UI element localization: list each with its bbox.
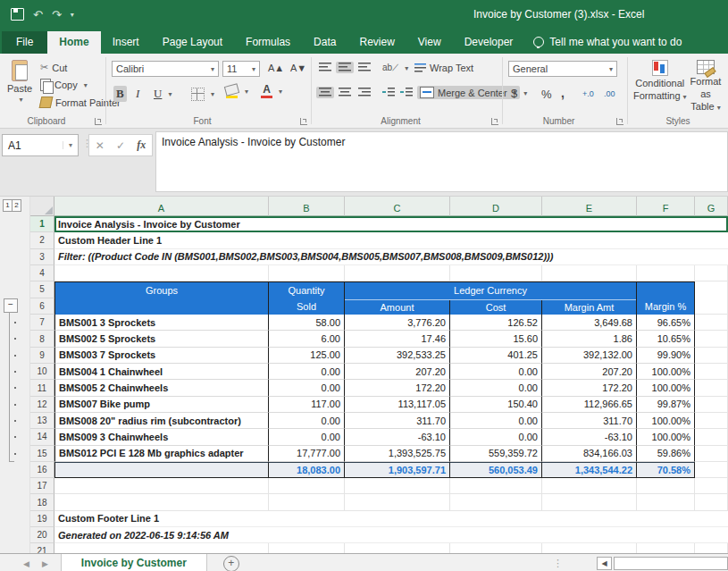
cell-F11[interactable]: 100.00% <box>637 380 695 396</box>
hscroll-thumb[interactable] <box>614 557 728 570</box>
header-margin-amt-label[interactable]: Margin Amt <box>542 300 636 315</box>
paste-button[interactable]: Paste ▾ <box>2 56 38 107</box>
font-family-dropdown-icon[interactable]: ▾ <box>211 65 214 73</box>
cell-F8[interactable]: 10.65% <box>637 331 695 347</box>
orientation-button[interactable]: ab⟋ ▾ <box>380 62 411 74</box>
font-family-combo[interactable]: Calibri ▾ <box>112 61 219 77</box>
cell-B9[interactable]: 125.00 <box>269 348 345 364</box>
middle-align-button[interactable] <box>336 62 354 73</box>
column-header-A[interactable]: A <box>54 197 269 216</box>
cell-B15[interactable]: 17,777.00 <box>269 446 345 462</box>
cell-D13[interactable]: 0.00 <box>450 413 542 429</box>
column-header-D[interactable]: D <box>450 197 542 216</box>
cell-F9[interactable]: 99.90% <box>637 348 695 364</box>
comma-style-button[interactable]: , <box>558 85 567 101</box>
cell-B14[interactable]: 0.00 <box>269 429 345 445</box>
cell-A20[interactable]: Generated on 2022-06-15 9:14:56 AM <box>54 527 728 543</box>
bold-button[interactable]: B <box>113 86 127 102</box>
row-header-6[interactable]: 6 <box>30 298 54 315</box>
formula-input[interactable]: Invoice Analysis - Invoice by Customer <box>155 131 728 192</box>
orientation-dropdown-icon[interactable]: ▾ <box>405 64 408 72</box>
cell-E14[interactable]: -63.10 <box>542 429 637 445</box>
cell-C9[interactable]: 392,533.25 <box>345 348 450 364</box>
cell-F7[interactable]: 96.65% <box>637 315 695 331</box>
row-header-20[interactable]: 20 <box>30 527 54 543</box>
font-dialog-launcher-icon[interactable] <box>300 118 307 125</box>
number-format-dropdown-icon[interactable]: ▾ <box>609 65 613 73</box>
borders-dropdown-icon[interactable]: ▾ <box>211 90 214 98</box>
tab-insert[interactable]: Insert <box>101 31 151 54</box>
row-header-9[interactable]: 9 <box>30 348 54 364</box>
cell-F15[interactable]: 59.86% <box>637 446 695 462</box>
italic-button[interactable]: I <box>133 86 142 102</box>
tab-view[interactable]: View <box>406 31 453 54</box>
accounting-dropdown-icon[interactable]: ▾ <box>523 89 527 97</box>
cell-D8[interactable]: 15.60 <box>450 331 542 347</box>
cell-D12[interactable]: 150.40 <box>450 397 542 413</box>
name-box-dropdown-icon[interactable]: ▾ <box>63 141 78 149</box>
grow-font-button[interactable]: A▲ <box>265 62 287 74</box>
tab-review[interactable]: Review <box>347 31 406 54</box>
number-dialog-launcher-icon[interactable] <box>616 118 623 125</box>
number-format-combo[interactable]: General ▾ <box>508 61 617 77</box>
column-header-F[interactable]: F <box>637 197 695 216</box>
outline-level-2-button[interactable]: 2 <box>12 199 21 212</box>
paste-dropdown-icon[interactable]: ▾ <box>20 96 23 104</box>
cell-D9[interactable]: 401.25 <box>450 348 542 364</box>
cell-B13[interactable]: 0.00 <box>269 413 345 429</box>
cell-E8[interactable]: 1.86 <box>542 331 637 347</box>
cell-D16[interactable]: 560,053.49 <box>450 462 542 478</box>
bottom-align-button[interactable] <box>356 62 373 73</box>
cell-E10[interactable]: 207.20 <box>542 364 637 380</box>
cell-B7[interactable]: 58.00 <box>269 315 345 331</box>
row-header-2[interactable]: 2 <box>30 232 54 248</box>
copy-button[interactable]: Copy ▾ <box>38 78 90 92</box>
cell-C12[interactable]: 113,117.05 <box>345 397 450 413</box>
row-header-15[interactable]: 15 <box>30 446 54 462</box>
cell-D11[interactable]: 0.00 <box>450 380 542 396</box>
hscroll-left-icon[interactable]: ◀ <box>597 557 612 570</box>
fill-color-button[interactable]: ▾ <box>222 84 251 99</box>
cell-C16[interactable]: 1,903,597.71 <box>345 462 450 478</box>
row-header-7[interactable]: 7 <box>30 315 54 331</box>
wrap-text-button[interactable]: Wrap Text <box>412 62 476 74</box>
row-header-12[interactable]: 12 <box>30 397 54 413</box>
header-ledger-currency[interactable]: Ledger Currency Amount Cost Margin Amt <box>345 281 637 315</box>
select-all-button[interactable] <box>30 197 54 216</box>
insert-function-icon[interactable]: fx <box>137 139 146 152</box>
cut-button[interactable]: ✂ Cut <box>38 61 70 74</box>
tab-file[interactable]: File <box>2 31 47 54</box>
tab-data[interactable]: Data <box>302 31 347 54</box>
underline-dropdown-icon[interactable]: ▾ <box>168 90 172 98</box>
header-groups[interactable]: Groups <box>54 281 269 315</box>
cell-C13[interactable]: 311.70 <box>345 413 450 429</box>
shrink-font-button[interactable]: A▼ <box>288 62 309 74</box>
tab-home[interactable]: Home <box>47 31 100 54</box>
undo-icon[interactable]: ↶ <box>33 9 43 21</box>
cell-A11[interactable]: BMS005 2 Chainwheels <box>54 380 269 396</box>
sheet-nav-right-icon[interactable]: ▶ <box>42 559 48 568</box>
increase-decimal-button[interactable]: +.0 <box>580 88 597 99</box>
redo-icon[interactable]: ↷ <box>52 9 62 21</box>
row-header-4[interactable]: 4 <box>30 265 54 281</box>
format-as-table-button[interactable]: Format as Table▾ <box>683 56 728 116</box>
cell-A16[interactable] <box>54 462 269 478</box>
cell-E13[interactable]: 311.70 <box>542 413 637 429</box>
column-header-B[interactable]: B <box>269 197 345 216</box>
cell-C15[interactable]: 1,393,525.75 <box>345 446 450 462</box>
row-header-17[interactable]: 17 <box>30 478 54 494</box>
save-icon[interactable] <box>11 8 24 21</box>
cell-C11[interactable]: 172.20 <box>345 380 450 396</box>
cell-C14[interactable]: -63.10 <box>345 429 450 445</box>
cell-A8[interactable]: BMS002 5 Sprockets <box>54 331 269 347</box>
new-sheet-icon[interactable]: + <box>223 556 239 571</box>
cell-D7[interactable]: 126.52 <box>450 315 542 331</box>
cell-C8[interactable]: 17.46 <box>345 331 450 347</box>
enter-icon[interactable]: ✓ <box>116 139 125 152</box>
cell-F14[interactable]: 100.00% <box>637 429 695 445</box>
header-quantity-sold[interactable]: Quantity Sold <box>269 281 345 315</box>
cell-A1[interactable]: Invoice Analysis - Invoice by Customer <box>54 216 728 232</box>
fill-color-dropdown-icon[interactable]: ▾ <box>245 88 248 96</box>
cell-E15[interactable]: 834,166.03 <box>542 446 637 462</box>
cell-A9[interactable]: BMS003 7 Sprockets <box>54 348 269 364</box>
